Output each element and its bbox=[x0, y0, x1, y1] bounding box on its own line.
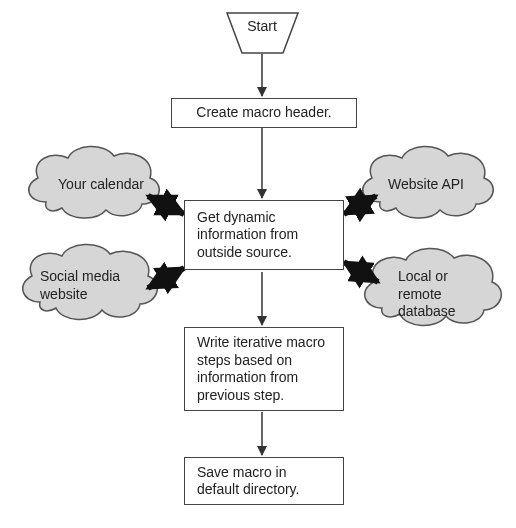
step2-text: Get dynamic information from outside sou… bbox=[197, 209, 331, 262]
cloud-your-calendar bbox=[29, 146, 160, 218]
start-text: Start bbox=[247, 18, 277, 34]
link-api bbox=[344, 196, 376, 214]
step2-box: Get dynamic information from outside sou… bbox=[184, 200, 344, 270]
step3-text: Write iterative macro steps based on inf… bbox=[197, 334, 331, 404]
link-calendar bbox=[148, 196, 184, 214]
step4-text: Save macro in default directory. bbox=[197, 464, 331, 499]
cloud-social-media bbox=[23, 244, 158, 319]
link-social bbox=[148, 268, 184, 288]
start-label: Start bbox=[227, 18, 297, 34]
cloud-website-api bbox=[363, 146, 494, 218]
step1-text: Create macro header. bbox=[196, 104, 331, 122]
step4-box: Save macro in default directory. bbox=[184, 457, 344, 505]
flowchart-diagram: Start Create macro header. Get dynamic i… bbox=[0, 0, 516, 528]
step1-box: Create macro header. bbox=[171, 98, 357, 128]
cloud-database bbox=[365, 248, 502, 325]
step3-box: Write iterative macro steps based on inf… bbox=[184, 327, 344, 411]
